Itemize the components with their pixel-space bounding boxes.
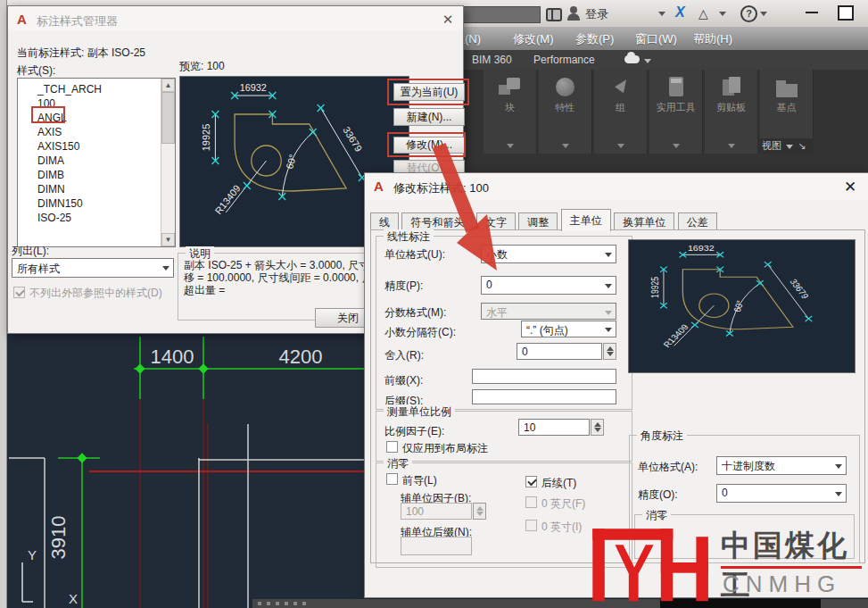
properties-icon	[551, 76, 580, 99]
sub-units-factor-input[interactable]: 100	[401, 503, 472, 520]
tab-primary-units[interactable]: 主单位	[561, 209, 611, 231]
drawing-content: 1400 4200 3910 Y X	[6, 334, 364, 608]
ribbon-panel-properties[interactable]: 特性	[539, 70, 592, 154]
list-item[interactable]: DIMA	[18, 154, 175, 168]
search-icon[interactable]	[546, 8, 562, 19]
zero-inches-label: 0 英寸(I)	[541, 520, 582, 535]
style-list[interactable]: _TCH_ARCH 100 ANGL AXIS AXIS150 DIMA DIM…	[17, 78, 176, 247]
trailing-checkbox[interactable]	[525, 476, 537, 487]
svg-text:3910: 3910	[47, 516, 70, 560]
list-item[interactable]: DIMN150	[18, 196, 175, 211]
menu-parametric[interactable]: 参数(P)	[575, 31, 614, 47]
scroll-up-icon[interactable]: ▲	[161, 79, 175, 92]
angular-unit-format-label: 单位格式(A):	[638, 460, 698, 475]
scale-factor-spinner[interactable]	[591, 419, 604, 436]
autocad-icon: A	[17, 12, 27, 27]
view-panel-strip[interactable]: 视图 ↘	[757, 138, 814, 154]
exchange-icon[interactable]: X	[675, 4, 685, 21]
chevron-down-icon	[162, 266, 169, 271]
ribbon-tab-bim360[interactable]: BIM 360	[472, 54, 512, 66]
svg-text:19925: 19925	[202, 124, 212, 152]
menu-help[interactable]: 帮助(H)	[693, 31, 732, 47]
cloud-icon[interactable]	[624, 55, 640, 63]
close-icon[interactable]: ✕	[842, 179, 858, 196]
view-dropdown-icon[interactable]	[786, 145, 793, 149]
menu-window[interactable]: 窗口(W)	[635, 31, 677, 47]
zero-feet-checkbox[interactable]	[525, 496, 537, 508]
round-off-spinner[interactable]	[603, 343, 616, 360]
dialog-titlebar[interactable]: A 标注样式管理器 ✕	[8, 6, 463, 31]
scroll-down-icon[interactable]: ▼	[161, 233, 175, 246]
svg-text:60°: 60°	[284, 153, 298, 170]
list-filter-select[interactable]: 所有样式	[12, 258, 174, 278]
a360-icon[interactable]: △	[699, 5, 708, 21]
ribbon-panel-utilities[interactable]: 实用工具	[649, 70, 703, 154]
infocenter-search-input[interactable]	[462, 6, 541, 23]
svg-text:33679: 33679	[341, 125, 364, 154]
menu-modify[interactable]: 修改(M)	[513, 31, 554, 47]
maximize-button[interactable]	[838, 5, 854, 21]
list-item[interactable]: DIMN	[18, 182, 175, 196]
minimize-button[interactable]	[806, 12, 818, 13]
angular-precision-select[interactable]: 0	[716, 484, 847, 503]
scrollbar[interactable]: ▲ ▼	[161, 79, 175, 246]
calculator-icon	[662, 76, 690, 99]
fraction-format-select[interactable]: 水平	[481, 303, 616, 320]
list-item[interactable]: ISO-25	[18, 211, 175, 225]
svg-text:4200: 4200	[279, 346, 323, 368]
zero-inches-checkbox[interactable]	[525, 520, 537, 531]
list-item[interactable]: AXIS	[18, 125, 175, 139]
suffix-input[interactable]	[472, 389, 616, 404]
precision-label: 精度(P):	[384, 279, 423, 294]
svg-text:Y: Y	[28, 547, 37, 562]
panel-expand-icon[interactable]	[562, 144, 569, 148]
precision-select[interactable]: 0	[481, 276, 616, 295]
ribbon-tab-performance[interactable]: Performance	[533, 54, 595, 66]
list-item[interactable]: _TCH_ARCH	[18, 82, 175, 96]
scale-factor-input[interactable]: 10	[518, 419, 590, 436]
list-item[interactable]: AXIS150	[18, 139, 175, 154]
list-item[interactable]: DIMB	[18, 168, 175, 182]
login-button[interactable]: 登录	[585, 6, 608, 22]
list-filter-label: 列出(L):	[12, 244, 49, 259]
leading-checkbox[interactable]	[386, 473, 398, 485]
round-off-input[interactable]: 0	[517, 343, 602, 360]
prefix-input[interactable]	[472, 369, 616, 384]
svg-text:16932: 16932	[240, 82, 267, 93]
folder-icon	[773, 76, 801, 99]
help-dropdown-icon[interactable]	[760, 12, 767, 16]
svg-text:1400: 1400	[151, 346, 194, 368]
status-bar-icons	[258, 602, 311, 605]
xref-checkbox[interactable]	[13, 287, 25, 298]
help-icon[interactable]: ?	[740, 5, 757, 22]
styles-label: 样式(S):	[17, 63, 55, 79]
new-button[interactable]: 新建(N)...	[393, 108, 465, 126]
decimal-separator-select[interactable]: “.” (句点)	[521, 321, 616, 337]
close-icon[interactable]: ✕	[440, 12, 456, 28]
ribbon-panel-clipboard[interactable]: 剪贴板	[705, 70, 758, 154]
tab-alt-units[interactable]: 换算单位	[614, 212, 674, 231]
watermark-en-text: CNMHG	[723, 571, 841, 598]
tab-fit[interactable]: 调整	[518, 212, 558, 231]
tab-tolerances[interactable]: 公差	[678, 212, 717, 231]
panel-launcher-icon[interactable]: ↘	[798, 140, 806, 151]
panel-expand-icon[interactable]	[728, 144, 735, 148]
sub-units-suffix-input[interactable]	[401, 537, 472, 555]
svg-text:33679: 33679	[788, 278, 811, 300]
watermark: 中国煤化工 CNMHG	[589, 522, 868, 603]
scrollbar-thumb[interactable]	[161, 92, 175, 144]
panel-expand-icon[interactable]	[673, 144, 680, 148]
cursor-icon	[607, 76, 635, 99]
layout-only-checkbox[interactable]	[386, 441, 398, 453]
a360-dropdown-icon[interactable]	[719, 12, 726, 16]
login-dropdown-icon[interactable]	[658, 12, 665, 16]
ribbon-panel-groups[interactable]: 组	[594, 70, 648, 154]
svg-text:19925: 19925	[649, 277, 660, 298]
user-icon[interactable]	[567, 6, 580, 21]
sub-units-factor-spinner[interactable]	[473, 503, 486, 520]
angular-precision-label: 精度(O):	[638, 487, 678, 503]
panel-expand-icon[interactable]	[617, 144, 624, 148]
cloud-dropdown-icon[interactable]	[644, 59, 651, 63]
decimal-separator-label: 小数分隔符(C):	[384, 325, 456, 340]
angular-unit-format-select[interactable]: 十进制度数	[716, 456, 847, 475]
